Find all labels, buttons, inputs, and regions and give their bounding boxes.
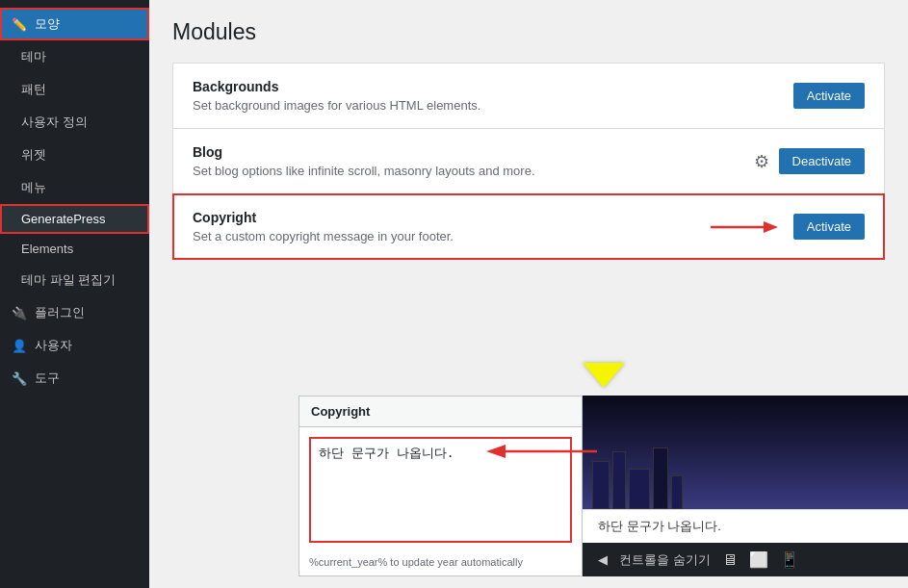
preview-footer-text: 하단 문구가 나옵니다.: [598, 518, 721, 535]
appearance-icon: ✏️: [12, 17, 27, 32]
sidebar-item-tools[interactable]: 🔧 도구: [0, 362, 149, 395]
sidebar-item-menu[interactable]: 메뉴: [0, 171, 149, 204]
copyright-panel-header: Copyright: [299, 396, 582, 427]
module-info-backgrounds: Backgrounds Set background images for va…: [193, 79, 793, 113]
copyright-textarea[interactable]: 하단 문구가 나옵니다.: [309, 437, 572, 543]
sidebar-item-elements[interactable]: Elements: [0, 234, 149, 264]
copyright-hint: %current_year% to update year automatica…: [299, 552, 582, 575]
module-card-blog: Blog Set blog options like infinite scro…: [172, 128, 885, 194]
preview-image-area: [583, 396, 908, 509]
sidebar-label-appearance: 모양: [35, 15, 60, 33]
down-arrow-icon: [583, 363, 625, 388]
sidebar-label-widget: 위젯: [21, 146, 46, 164]
sidebar-item-pattern[interactable]: 패턴: [0, 73, 149, 106]
preview-container: 하단 문구가 나옵니다. ◀ 컨트롤을 숨기기 🖥 ⬜ 📱: [583, 396, 908, 576]
module-actions-backgrounds: Activate: [793, 83, 865, 109]
module-name-copyright: Copyright: [193, 210, 793, 225]
module-card-backgrounds: Backgrounds Set background images for va…: [172, 63, 885, 129]
app-wrapper: ✏️ 모양 테마 패턴 사용자 정의 위젯 메뉴 GeneratePress: [0, 0, 908, 588]
plugin-icon: 🔌: [12, 306, 27, 320]
copyright-textarea-wrapper: 하단 문구가 나옵니다.: [299, 427, 582, 552]
preview-footer: 하단 문구가 나옵니다.: [583, 509, 908, 543]
sidebar-item-appearance[interactable]: ✏️ 모양: [0, 8, 149, 40]
module-desc-blog: Set blog options like infinite scroll, m…: [193, 164, 754, 178]
prev-arrow-icon[interactable]: ◀: [598, 552, 608, 567]
user-icon: 👤: [12, 339, 27, 353]
sidebar-item-user[interactable]: 👤 사용자: [0, 329, 149, 362]
sidebar: ✏️ 모양 테마 패턴 사용자 정의 위젯 메뉴 GeneratePress: [0, 0, 149, 588]
activate-copyright-button[interactable]: Activate: [793, 214, 865, 240]
sidebar-item-plugin[interactable]: 🔌 플러그인: [0, 296, 149, 329]
page-title: Modules: [172, 19, 885, 45]
sidebar-label-custom: 사용자 정의: [21, 114, 88, 131]
module-name-blog: Blog: [193, 144, 754, 160]
sidebar-label-theme-editor: 테마 파일 편집기: [21, 271, 116, 289]
arrow-section: [298, 351, 908, 396]
module-actions-copyright: Activate: [793, 214, 865, 240]
sidebar-item-generatepress[interactable]: GeneratePress: [0, 204, 149, 234]
content-area: Modules Backgrounds Set background image…: [149, 0, 908, 588]
sidebar-item-theme[interactable]: 테마: [0, 40, 149, 73]
module-desc-backgrounds: Set background images for various HTML e…: [193, 98, 793, 113]
sidebar-label-elements: Elements: [21, 242, 73, 256]
sidebar-label-tools: 도구: [35, 370, 60, 387]
sidebar-item-theme-editor[interactable]: 테마 파일 편집기: [0, 264, 149, 296]
red-arrow-to-activate: [711, 217, 778, 237]
svg-marker-1: [764, 221, 778, 233]
tools-icon: 🔧: [12, 371, 27, 386]
sidebar-label-menu: 메뉴: [21, 179, 46, 196]
sidebar-item-custom[interactable]: 사용자 정의: [0, 106, 149, 139]
sidebar-label-theme: 테마: [21, 48, 46, 65]
module-info-copyright: Copyright Set a custom copyright message…: [193, 210, 793, 243]
sidebar-label-plugin: 플러그인: [35, 304, 85, 321]
tablet-icon[interactable]: ⬜: [749, 550, 768, 569]
module-desc-copyright: Set a custom copyright message in your f…: [193, 229, 793, 243]
copyright-panel: Copyright 하단 문구가 나옵니다. %current_year% to…: [298, 396, 583, 576]
sidebar-submenu: 테마 패턴 사용자 정의 위젯 메뉴 GeneratePress Element…: [0, 40, 149, 296]
preview-toolbar: ◀ 컨트롤을 숨기기 🖥 ⬜ 📱: [583, 543, 908, 576]
deactivate-blog-button[interactable]: Deactivate: [779, 148, 865, 174]
desktop-icon[interactable]: 🖥: [722, 551, 738, 569]
mobile-icon[interactable]: 📱: [780, 550, 799, 569]
module-card-copyright: Copyright Set a custom copyright message…: [172, 193, 885, 260]
bottom-section: Copyright 하단 문구가 나옵니다. %current_year% to…: [298, 396, 908, 588]
sidebar-label-generatepress: GeneratePress: [21, 212, 105, 226]
sidebar-item-widget[interactable]: 위젯: [0, 139, 149, 171]
sidebar-label-pattern: 패턴: [21, 81, 46, 98]
main-content: Modules Backgrounds Set background image…: [149, 0, 908, 351]
module-name-backgrounds: Backgrounds: [193, 79, 793, 94]
sidebar-label-user: 사용자: [35, 337, 72, 354]
blog-settings-icon[interactable]: ⚙: [754, 151, 769, 172]
hide-controls-label[interactable]: 컨트롤을 숨기기: [619, 551, 711, 569]
module-info-blog: Blog Set blog options like infinite scro…: [193, 144, 754, 178]
preview-panel: 하단 문구가 나옵니다. ◀ 컨트롤을 숨기기 🖥 ⬜ 📱: [583, 396, 908, 576]
activate-backgrounds-button[interactable]: Activate: [793, 83, 865, 109]
module-actions-blog: ⚙ Deactivate: [754, 148, 865, 174]
